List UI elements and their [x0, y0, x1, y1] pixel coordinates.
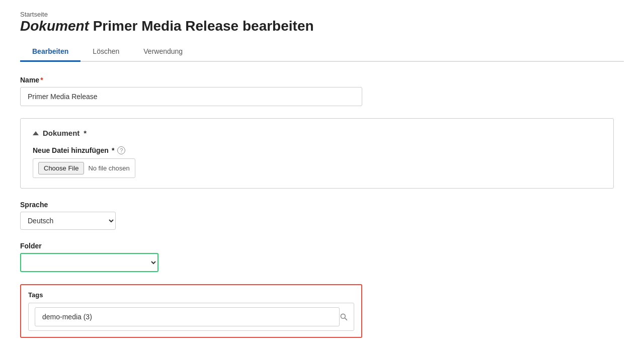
- dokument-section: Dokument * Neue Datei hinzufügen * ? Cho…: [20, 118, 614, 189]
- choose-file-button[interactable]: Choose File: [38, 162, 84, 174]
- svg-line-1: [345, 318, 347, 320]
- tags-section: Tags: [20, 284, 362, 338]
- tabs-bar: Bearbeiten Löschen Verwendung: [20, 42, 624, 62]
- tags-search-button[interactable]: [340, 313, 348, 321]
- page-title: Dokument Primer Media Release bearbeiten: [20, 18, 624, 34]
- tab-verwendung[interactable]: Verwendung: [131, 42, 195, 62]
- search-icon: [340, 313, 348, 321]
- help-icon[interactable]: ?: [117, 146, 125, 154]
- tab-bearbeiten[interactable]: Bearbeiten: [20, 42, 80, 62]
- name-field-group: Name*: [20, 76, 624, 106]
- name-input[interactable]: [20, 87, 362, 106]
- sprache-select[interactable]: Deutsch Englisch Französisch: [20, 212, 116, 230]
- name-label: Name*: [20, 76, 624, 84]
- sprache-label: Sprache: [20, 201, 624, 209]
- folder-field-group: Folder: [20, 242, 624, 272]
- sprache-field-group: Sprache Deutsch Englisch Französisch: [20, 201, 624, 230]
- folder-select[interactable]: [20, 253, 158, 272]
- folder-label: Folder: [20, 242, 624, 250]
- breadcrumb[interactable]: Startseite: [20, 10, 624, 18]
- dokument-header: Dokument *: [33, 129, 601, 137]
- chevron-up-icon: [33, 131, 39, 135]
- tags-input[interactable]: [35, 307, 340, 326]
- tags-label: Tags: [28, 291, 354, 299]
- no-file-text: No file chosen: [88, 164, 129, 172]
- file-input-wrapper: Choose File No file chosen: [33, 158, 135, 178]
- neue-datei-label: Neue Datei hinzufügen * ?: [33, 146, 601, 154]
- tab-loeschen[interactable]: Löschen: [80, 42, 131, 62]
- tags-input-wrapper: [28, 303, 354, 331]
